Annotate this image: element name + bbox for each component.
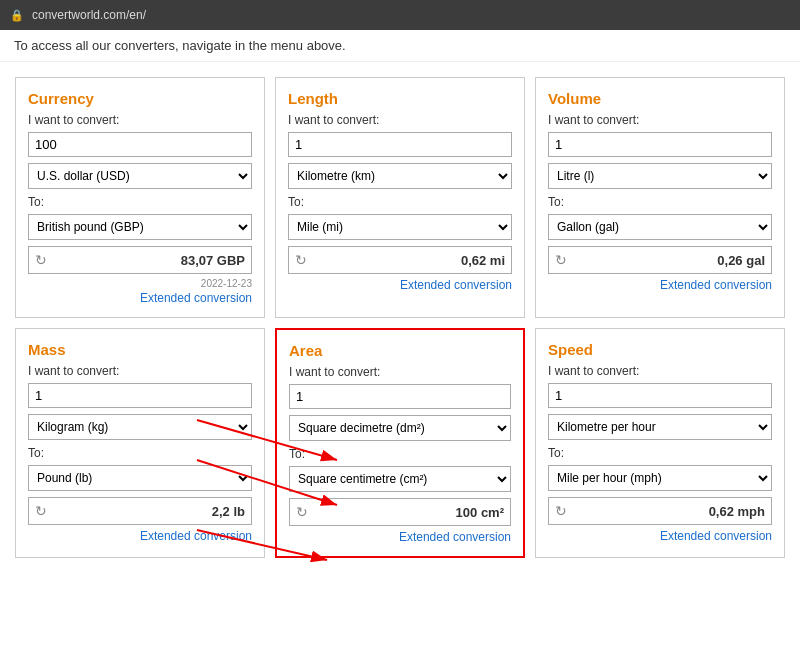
converter-input-length[interactable] [288, 132, 512, 157]
refresh-icon-currency[interactable]: ↻ [35, 252, 47, 268]
from-unit-select-mass[interactable]: Kilogram (kg) [28, 414, 252, 440]
to-label-length: To: [288, 195, 512, 209]
result-row-mass: ↻ 2,2 lb [28, 497, 252, 525]
converter-label-volume: I want to convert: [548, 113, 772, 127]
result-value-mass: 2,2 lb [212, 504, 245, 519]
to-unit-select-mass[interactable]: Pound (lb) [28, 465, 252, 491]
from-unit-select-length[interactable]: Kilometre (km) [288, 163, 512, 189]
to-unit-select-currency[interactable]: British pound (GBP) [28, 214, 252, 240]
to-unit-select-speed[interactable]: Mile per hour (mph) [548, 465, 772, 491]
converter-label-mass: I want to convert: [28, 364, 252, 378]
refresh-icon-speed[interactable]: ↻ [555, 503, 567, 519]
converter-title-mass: Mass [28, 341, 252, 358]
extended-link-speed[interactable]: Extended conversion [548, 529, 772, 543]
to-label-area: To: [289, 447, 511, 461]
result-value-volume: 0,26 gal [717, 253, 765, 268]
page-notice: To access all our converters, navigate i… [0, 30, 800, 62]
converter-input-volume[interactable] [548, 132, 772, 157]
converter-label-length: I want to convert: [288, 113, 512, 127]
from-unit-select-currency[interactable]: U.S. dollar (USD) [28, 163, 252, 189]
url-bar: convertworld.com/en/ [32, 8, 146, 22]
converter-input-currency[interactable] [28, 132, 252, 157]
converter-card-speed: Speed I want to convert: Kilometre per h… [535, 328, 785, 558]
lock-icon: 🔒 [10, 9, 24, 22]
to-label-mass: To: [28, 446, 252, 460]
from-unit-select-volume[interactable]: Litre (l) [548, 163, 772, 189]
refresh-icon-volume[interactable]: ↻ [555, 252, 567, 268]
extended-link-volume[interactable]: Extended conversion [548, 278, 772, 292]
converter-card-length: Length I want to convert: Kilometre (km)… [275, 77, 525, 318]
browser-bar: 🔒 convertworld.com/en/ [0, 0, 800, 30]
converter-card-mass: Mass I want to convert: Kilogram (kg) To… [15, 328, 265, 558]
converter-title-speed: Speed [548, 341, 772, 358]
refresh-icon-mass[interactable]: ↻ [35, 503, 47, 519]
converter-input-speed[interactable] [548, 383, 772, 408]
result-value-speed: 0,62 mph [709, 504, 765, 519]
converter-card-currency: Currency I want to convert: U.S. dollar … [15, 77, 265, 318]
converter-card-area: Area I want to convert: Square decimetre… [275, 328, 525, 558]
converter-label-speed: I want to convert: [548, 364, 772, 378]
result-row-currency: ↻ 83,07 GBP [28, 246, 252, 274]
to-label-currency: To: [28, 195, 252, 209]
extended-link-currency[interactable]: Extended conversion [28, 291, 252, 305]
converter-input-area[interactable] [289, 384, 511, 409]
to-unit-select-area[interactable]: Square centimetre (cm²) [289, 466, 511, 492]
result-row-speed: ↻ 0,62 mph [548, 497, 772, 525]
converter-title-area: Area [289, 342, 511, 359]
extended-link-length[interactable]: Extended conversion [288, 278, 512, 292]
from-unit-select-area[interactable]: Square decimetre (dm²) [289, 415, 511, 441]
from-unit-select-speed[interactable]: Kilometre per hour [548, 414, 772, 440]
refresh-icon-length[interactable]: ↻ [295, 252, 307, 268]
extended-link-area[interactable]: Extended conversion [289, 530, 511, 544]
extended-link-mass[interactable]: Extended conversion [28, 529, 252, 543]
to-unit-select-volume[interactable]: Gallon (gal) [548, 214, 772, 240]
converters-grid: Currency I want to convert: U.S. dollar … [0, 62, 800, 573]
to-label-speed: To: [548, 446, 772, 460]
converter-input-mass[interactable] [28, 383, 252, 408]
result-row-area: ↻ 100 cm² [289, 498, 511, 526]
converter-card-volume: Volume I want to convert: Litre (l) To: … [535, 77, 785, 318]
result-value-currency: 83,07 GBP [181, 253, 245, 268]
refresh-icon-area[interactable]: ↻ [296, 504, 308, 520]
converter-title-currency: Currency [28, 90, 252, 107]
to-label-volume: To: [548, 195, 772, 209]
converter-title-volume: Volume [548, 90, 772, 107]
result-value-area: 100 cm² [456, 505, 504, 520]
to-unit-select-length[interactable]: Mile (mi) [288, 214, 512, 240]
result-value-length: 0,62 mi [461, 253, 505, 268]
converter-label-currency: I want to convert: [28, 113, 252, 127]
converter-label-area: I want to convert: [289, 365, 511, 379]
result-row-volume: ↻ 0,26 gal [548, 246, 772, 274]
converter-title-length: Length [288, 90, 512, 107]
result-date-currency: 2022-12-23 [28, 278, 252, 289]
result-row-length: ↻ 0,62 mi [288, 246, 512, 274]
